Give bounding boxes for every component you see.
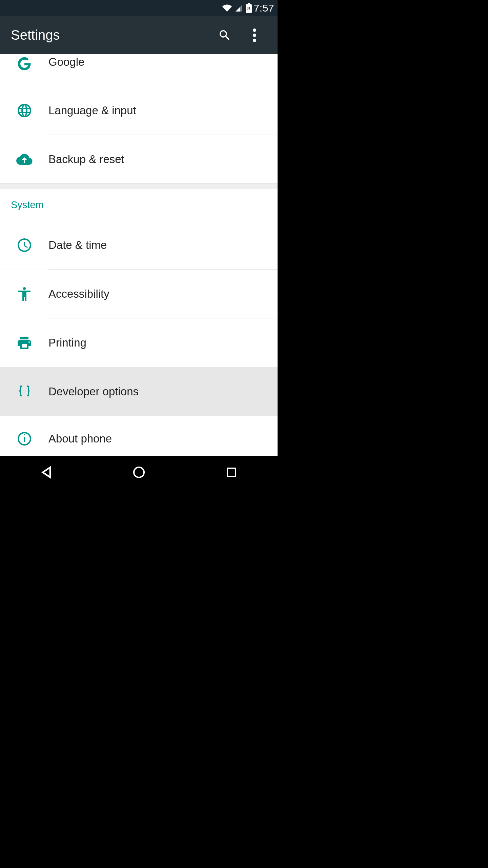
cellular-icon [234, 4, 244, 12]
wifi-icon [221, 3, 233, 13]
settings-item-label: Accessibility [48, 288, 278, 300]
overflow-menu-button[interactable] [240, 20, 269, 50]
braces-icon [0, 367, 48, 416]
battery-text: 01 [247, 6, 250, 10]
print-icon [0, 318, 48, 367]
svg-point-2 [253, 39, 256, 42]
search-icon [218, 28, 231, 42]
cloud-upload-icon [0, 135, 48, 183]
settings-item-language[interactable]: Language & input [0, 86, 278, 135]
settings-item-label: Printing [48, 336, 278, 349]
svg-rect-4 [227, 468, 236, 476]
globe-icon [0, 86, 48, 135]
more-vert-icon [253, 28, 256, 42]
status-bar: 01 7:57 [0, 0, 278, 16]
section-divider [0, 183, 278, 189]
navigation-bar [0, 456, 278, 488]
nav-recents-button[interactable] [208, 460, 255, 484]
settings-item-label: Language & input [48, 104, 278, 117]
nav-home-button[interactable] [115, 460, 163, 484]
back-icon [39, 465, 54, 480]
page-title: Settings [11, 27, 210, 43]
home-icon [132, 466, 146, 479]
settings-item-backup[interactable]: Backup & reset [0, 135, 278, 183]
settings-item-google[interactable]: Google [0, 54, 278, 86]
google-icon [0, 56, 48, 86]
search-button[interactable] [210, 20, 240, 50]
svg-point-3 [134, 467, 144, 477]
section-label: System [11, 199, 44, 211]
app-bar: Settings [0, 16, 278, 54]
settings-item-developer-options[interactable]: Developer options [0, 367, 278, 416]
settings-item-label: Backup & reset [48, 153, 278, 166]
section-header-system: System [0, 189, 278, 221]
svg-point-1 [253, 34, 256, 37]
settings-item-label: Developer options [48, 385, 278, 398]
status-time: 7:57 [254, 2, 274, 14]
settings-item-label: Google [48, 56, 278, 68]
settings-item-date-time[interactable]: Date & time [0, 221, 278, 269]
recents-icon [225, 466, 238, 478]
settings-item-printing[interactable]: Printing [0, 318, 278, 367]
settings-item-about-phone[interactable]: About phone [0, 416, 278, 461]
info-icon [0, 416, 48, 461]
settings-list[interactable]: Google Language & input Backup & reset S… [0, 54, 278, 461]
accessibility-icon [0, 270, 48, 318]
settings-item-label: Date & time [48, 239, 278, 252]
nav-back-button[interactable] [23, 460, 70, 484]
settings-item-label: About phone [48, 432, 278, 445]
clock-icon [0, 221, 48, 269]
settings-item-accessibility[interactable]: Accessibility [0, 270, 278, 318]
svg-point-0 [253, 28, 256, 32]
battery-icon: 01 [245, 3, 252, 13]
